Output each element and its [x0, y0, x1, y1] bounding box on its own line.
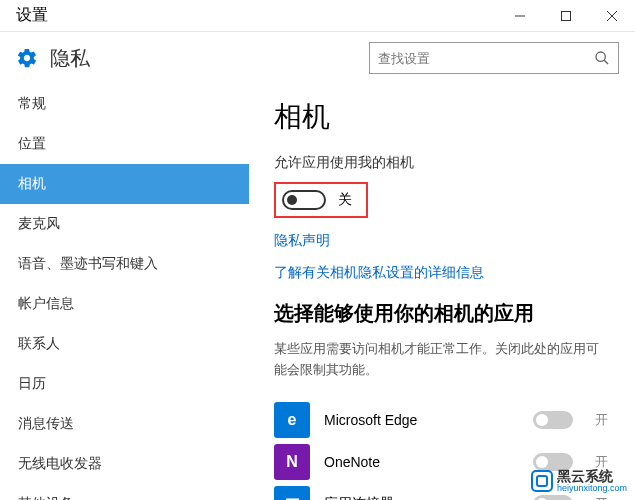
main-panel: 相机 允许应用使用我的相机 关 隐私声明 了解有关相机隐私设置的详细信息 选择能…	[250, 84, 635, 500]
camera-toggle[interactable]	[282, 190, 326, 210]
app-icon: N	[274, 444, 310, 480]
minimize-button[interactable]	[497, 0, 543, 32]
svg-line-5	[604, 60, 608, 64]
sidebar-item-3[interactable]: 麦克风	[0, 204, 249, 244]
section-desc: 某些应用需要访问相机才能正常工作。关闭此处的应用可能会限制其功能。	[274, 339, 611, 381]
app-icon: ◫	[274, 486, 310, 500]
watermark-brand: 黑云系统	[557, 469, 627, 484]
sidebar-item-9[interactable]: 无线电收发器	[0, 444, 249, 484]
watermark-url: heiyunxitong.com	[557, 484, 627, 494]
sidebar-item-1[interactable]: 位置	[0, 124, 249, 164]
search-icon	[594, 50, 610, 66]
highlight-box: 关	[274, 182, 368, 218]
sidebar-item-2[interactable]: 相机	[0, 164, 249, 204]
sidebar: 常规位置相机麦克风语音、墨迹书写和键入帐户信息联系人日历消息传送无线电收发器其他…	[0, 84, 250, 500]
content: 常规位置相机麦克风语音、墨迹书写和键入帐户信息联系人日历消息传送无线电收发器其他…	[0, 84, 635, 500]
svg-point-4	[596, 52, 605, 61]
privacy-link[interactable]: 隐私声明	[274, 232, 611, 250]
sidebar-item-10[interactable]: 其他设备	[0, 484, 249, 500]
sidebar-item-6[interactable]: 联系人	[0, 324, 249, 364]
header-title: 隐私	[50, 45, 90, 72]
maximize-button[interactable]	[543, 0, 589, 32]
window-controls	[497, 0, 635, 32]
allow-label: 允许应用使用我的相机	[274, 154, 611, 172]
search-input[interactable]	[378, 51, 594, 66]
app-state: 开	[595, 411, 611, 429]
app-toggle[interactable]	[533, 411, 573, 429]
watermark: 黑云系统 heiyunxitong.com	[531, 469, 627, 494]
app-state: 开	[595, 495, 611, 500]
svg-rect-1	[562, 11, 571, 20]
close-button[interactable]	[589, 0, 635, 32]
sidebar-item-0[interactable]: 常规	[0, 84, 249, 124]
app-row-0: eMicrosoft Edge开	[274, 399, 611, 441]
sidebar-item-4[interactable]: 语音、墨迹书写和键入	[0, 244, 249, 284]
app-name: OneNote	[324, 454, 519, 470]
watermark-logo-icon	[531, 470, 553, 492]
toggle-state: 关	[338, 191, 352, 209]
search-box[interactable]	[369, 42, 619, 74]
page-title: 相机	[274, 98, 611, 136]
camera-toggle-row: 关	[282, 190, 352, 210]
header: 隐私	[0, 32, 635, 84]
section-title: 选择能够使用你的相机的应用	[274, 300, 611, 327]
toggle-knob	[287, 195, 297, 205]
app-name: 应用连接器	[324, 495, 519, 500]
app-name: Microsoft Edge	[324, 412, 519, 428]
titlebar: 设置	[0, 0, 635, 32]
app-toggle[interactable]	[533, 495, 573, 500]
learn-more-link[interactable]: 了解有关相机隐私设置的详细信息	[274, 264, 611, 282]
window-title: 设置	[16, 5, 48, 26]
sidebar-item-8[interactable]: 消息传送	[0, 404, 249, 444]
sidebar-item-5[interactable]: 帐户信息	[0, 284, 249, 324]
app-icon: e	[274, 402, 310, 438]
sidebar-item-7[interactable]: 日历	[0, 364, 249, 404]
gear-icon	[16, 47, 38, 69]
